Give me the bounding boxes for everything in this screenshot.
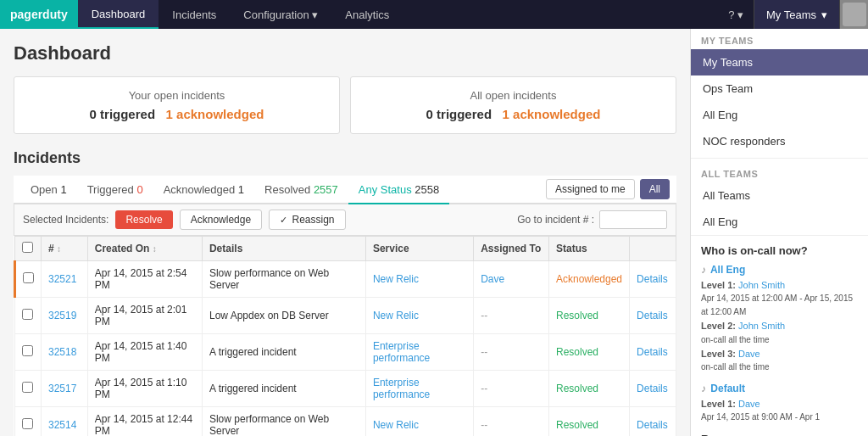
details-link[interactable]: Details [637,273,668,285]
my-open-counts: 0 triggered 1 acknowledged [31,107,322,121]
details-link[interactable]: Details [637,346,668,358]
status-badge: Resolved [556,419,598,431]
service-link[interactable]: Enterprise performance [373,340,430,364]
col-created-on[interactable]: Created On ↕ [87,237,202,261]
incident-id-link[interactable]: 32519 [48,310,76,321]
sidebar-item-ops-team[interactable]: Ops Team [691,75,868,102]
teams-dropdown[interactable]: My Teams ▾ [754,0,839,29]
nav-configuration[interactable]: Configuration ▾ [230,0,331,29]
service-link[interactable]: New Relic [373,419,419,431]
incident-id-link[interactable]: 32517 [48,383,76,394]
all-button[interactable]: All [640,179,670,199]
row-service: Enterprise performance [365,371,473,407]
row-assigned: -- [474,371,549,407]
row-created: Apr 14, 2015 at 2:01 PM [87,298,202,334]
row-checkbox[interactable] [23,272,34,283]
incident-id-link[interactable]: 32518 [48,346,76,358]
details-link[interactable]: Details [637,383,668,394]
oncall-group-default: ♪ Default Level 1: Dave Apr 14, 2015 at … [701,383,858,424]
assigned-to-me-button[interactable]: Assigned to me [546,179,635,199]
page-title: Dashboard [14,42,676,64]
sidebar-item-noc-responders[interactable]: NOC responders [691,128,868,154]
details-link[interactable]: Details [637,310,668,321]
tab-acknowledged[interactable]: Acknowledged 1 [153,176,254,204]
assigned-dash: -- [481,310,487,321]
row-checkbox[interactable] [22,418,33,429]
col-assigned-to: Assigned To [474,237,549,261]
all-open-incidents-box: All open incidents 0 triggered 1 acknowl… [350,76,676,134]
status-badge: Resolved [556,310,598,321]
assigned-person[interactable]: Dave [481,273,504,285]
tab-any-status[interactable]: Any Status 2558 [348,176,449,204]
tab-open[interactable]: Open 1 [20,176,77,204]
incident-id-link[interactable]: 32521 [48,273,76,285]
stats-row: Your open incidents 0 triggered 1 acknow… [14,76,676,134]
avatar[interactable] [839,0,868,29]
row-checkbox-cell [15,407,42,437]
sidebar-item-my-teams[interactable]: My Teams [691,49,868,75]
resources-title: Resources [701,433,858,436]
row-status: Resolved [548,334,629,371]
nav-incidents[interactable]: Incidents [159,0,230,29]
col-status: Status [548,237,629,261]
sidebar-item-all-eng[interactable]: All Eng [691,102,868,128]
table-row: 32518 Apr 14, 2015 at 1:40 PM A triggere… [15,334,676,371]
tab-resolved[interactable]: Resolved 2557 [254,176,348,204]
goto-input[interactable] [599,210,667,229]
row-service: New Relic [365,407,473,437]
assigned-dash: -- [481,383,487,394]
nav-analytics[interactable]: Analytics [331,0,403,29]
row-checkbox[interactable] [22,345,33,356]
table-header-row: # ↕ Created On ↕ Details Service Assigne… [15,237,676,261]
sidebar-item-all-eng-2[interactable]: All Eng [691,209,868,235]
goto-section: Go to incident # : [517,210,667,229]
my-ack-label: acknowledged [176,107,264,121]
incidents-table: # ↕ Created On ↕ Details Service Assigne… [14,236,676,436]
row-id: 32519 [42,298,88,334]
col-number[interactable]: # ↕ [42,237,88,261]
row-status: Resolved [548,407,629,437]
my-triggered-count: 0 [90,107,97,121]
oncall-group-all-eng-name[interactable]: ♪ All Eng [701,264,858,276]
oncall-all-eng-level3: Level 3: Dave on-call all the time [701,348,858,374]
logo[interactable]: pagerduty [0,0,78,29]
row-checkbox[interactable] [22,382,33,393]
tab-triggered[interactable]: Triggered 0 [77,176,153,204]
nav-dashboard[interactable]: Dashboard [78,0,159,29]
row-checkbox-cell [15,261,42,298]
row-checkbox[interactable] [22,309,33,320]
details-link[interactable]: Details [637,419,668,431]
music-icon: ♪ [701,264,706,276]
select-all-checkbox[interactable] [22,242,33,253]
sidebar-item-all-teams[interactable]: All Teams [691,182,868,209]
row-service: Enterprise performance [365,334,473,371]
status-badge: Resolved [556,346,598,358]
row-details: A triggered incident [202,334,365,371]
oncall-section: Who is on-call now? ♪ All Eng Level 1: J… [691,235,868,436]
resolve-button[interactable]: Resolve [115,210,172,229]
service-link[interactable]: New Relic [373,310,419,321]
all-open-counts: 0 triggered 1 acknowledged [368,107,659,121]
row-service: New Relic [365,261,473,298]
goto-label: Go to incident # : [517,214,594,226]
service-link[interactable]: New Relic [373,273,419,285]
row-id: 32517 [42,371,88,407]
all-triggered-label: triggered [437,107,492,121]
col-action [630,237,676,261]
table-row: 32521 Apr 14, 2015 at 2:54 PM Slow perfo… [15,261,676,298]
status-badge: Resolved [556,383,598,394]
table-row: 32519 Apr 14, 2015 at 2:01 PM Low Appdex… [15,298,676,334]
acknowledge-button[interactable]: Acknowledge [180,210,262,230]
help-button[interactable]: ? ▾ [718,8,754,21]
teams-chevron-icon: ▾ [821,8,827,21]
row-details: A triggered incident [202,371,365,407]
reassign-label: Reassign [292,214,335,226]
service-link[interactable]: Enterprise performance [373,377,430,400]
my-open-label: Your open incidents [31,89,322,102]
incident-id-link[interactable]: 32514 [48,419,76,431]
reassign-button[interactable]: ✓ Reassign [269,210,345,230]
table-row: 32514 Apr 14, 2015 at 12:44 PM Slow perf… [15,407,676,437]
row-id: 32521 [42,261,88,298]
oncall-group-default-name[interactable]: ♪ Default [701,383,858,394]
row-action: Details [630,407,676,437]
